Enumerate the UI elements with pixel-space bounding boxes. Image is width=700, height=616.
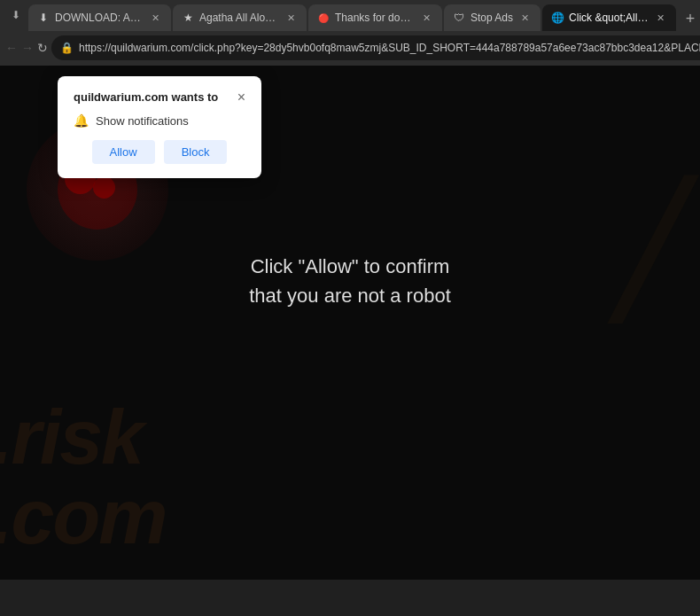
popup-close-button[interactable]: × xyxy=(237,90,245,105)
watermark-line1: .risk xyxy=(0,392,143,482)
tab-thanks[interactable]: 🔴 Thanks for downloa... ✕ xyxy=(308,4,442,31)
tab-label-thanks: Thanks for downloa... xyxy=(335,12,415,24)
bell-icon: 🔔 xyxy=(74,113,89,128)
popup-header: quildwarium.com wants to × xyxy=(74,90,245,105)
popup-site-title: quildwarium.com wants to xyxy=(74,90,218,104)
url-text: https://quildwarium.com/click.php?key=28… xyxy=(79,42,700,54)
tab-close-thanks[interactable]: ✕ xyxy=(420,12,433,25)
popup-wants-to: wants to xyxy=(172,90,219,104)
tab-click-allow[interactable]: 🌐 Click &quot;Allow&... ✕ xyxy=(542,4,676,31)
tab-favicon-agatha: ★ xyxy=(182,12,194,24)
forward-button[interactable]: → xyxy=(21,35,34,60)
tab-agatha[interactable]: ★ Agatha All Along S0... ✕ xyxy=(173,4,307,31)
tab-close-stopad[interactable]: ✕ xyxy=(518,12,532,25)
allow-button[interactable]: Allow xyxy=(92,140,155,164)
content-area: .risk .com / Click "Allow" to confirm th… xyxy=(0,66,700,580)
tab-close-click-allow[interactable]: ✕ xyxy=(654,12,667,25)
popup-notification-row: 🔔 Show notifications xyxy=(74,113,245,128)
security-icon: 🔒 xyxy=(60,42,74,54)
bg-decoration-right: / xyxy=(621,136,682,358)
block-button[interactable]: Block xyxy=(164,140,228,164)
tab-stopad[interactable]: 🛡 Stop Ads ✕ xyxy=(444,4,541,31)
bg-dot2 xyxy=(93,176,115,199)
new-tab-button[interactable]: + xyxy=(678,6,700,31)
tab-label-click-allow: Click &quot;Allow&... xyxy=(569,12,649,24)
tab-favicon-download: ⬇ xyxy=(37,12,50,24)
address-bar-row: ← → ↻ 🔒 https://quildwarium.com/click.ph… xyxy=(0,30,700,66)
tab-list-button[interactable]: ⬇ xyxy=(7,6,25,24)
back-button[interactable]: ← xyxy=(5,35,18,60)
tab-label-download: DOWNLOAD: Agath... xyxy=(55,12,144,24)
popup-notification-text: Show notifications xyxy=(96,114,189,128)
tab-label-stopad: Stop Ads xyxy=(471,12,513,24)
main-content-text: Click "Allow" to confirm that you are no… xyxy=(249,252,451,310)
tab-favicon-stopad: 🛡 xyxy=(453,12,465,24)
reload-button[interactable]: ↻ xyxy=(37,35,48,60)
notification-popup: quildwarium.com wants to × 🔔 Show notifi… xyxy=(58,76,261,178)
tab-close-download[interactable]: ✕ xyxy=(149,12,162,25)
tab-label-agatha: Agatha All Along S0... xyxy=(199,12,279,24)
popup-buttons: Allow Block xyxy=(74,140,245,164)
browser-chrome: ⬇ ⬇ DOWNLOAD: Agath... ✕ ★ Agatha All Al… xyxy=(0,0,700,66)
main-text-line1: Click "Allow" to confirm xyxy=(249,252,451,281)
popup-site-name: quildwarium.com xyxy=(74,90,168,104)
title-bar: ⬇ ⬇ DOWNLOAD: Agath... ✕ ★ Agatha All Al… xyxy=(0,0,700,30)
main-text-line2: that you are not a robot xyxy=(249,281,451,310)
tab-close-agatha[interactable]: ✕ xyxy=(284,12,298,25)
tab-favicon-click-allow: 🌐 xyxy=(551,12,564,24)
watermark-line2: .com xyxy=(0,472,166,562)
tab-download[interactable]: ⬇ DOWNLOAD: Agath... ✕ xyxy=(28,4,171,31)
tabs-bar: ⬇ DOWNLOAD: Agath... ✕ ★ Agatha All Alon… xyxy=(28,0,700,31)
address-bar[interactable]: 🔒 https://quildwarium.com/click.php?key=… xyxy=(51,35,700,60)
tab-favicon-thanks: 🔴 xyxy=(317,12,330,24)
